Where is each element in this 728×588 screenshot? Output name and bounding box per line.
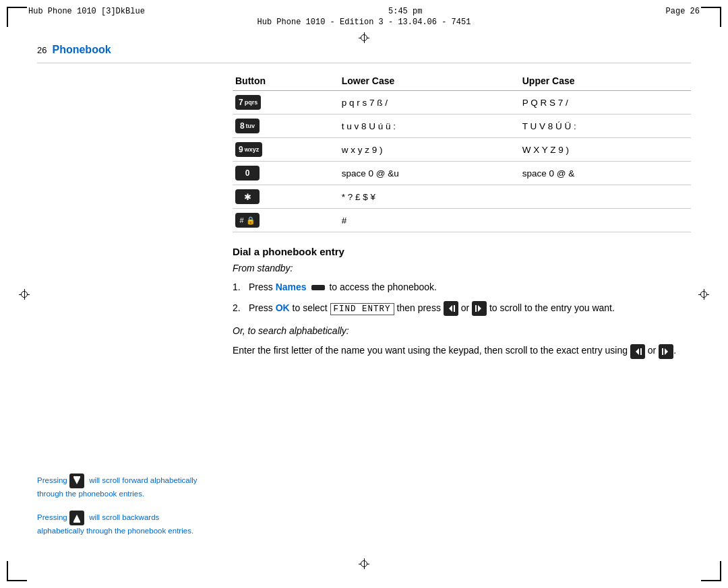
page-title-row: 26 Phonebook <box>37 44 691 56</box>
lower-case-cell: # <box>339 209 520 232</box>
svg-marker-8 <box>73 478 80 484</box>
step-number: 2. <box>233 301 245 315</box>
step-text: Press Names to access the phonebook. <box>249 280 691 294</box>
header-subline: Hub Phone 1010 - Edition 3 - 13.04.06 - … <box>257 18 471 27</box>
key-7-button: 7pqrs <box>235 95 261 110</box>
up-nav-icon <box>69 511 84 525</box>
table-row: ✱ * ? £ $ ¥ <box>233 185 691 209</box>
svg-rect-11 <box>73 521 80 523</box>
key-cell: ✱ <box>233 185 339 209</box>
sidebar-notes: Pressing will scroll forward alphabetica… <box>37 473 206 548</box>
svg-marker-5 <box>640 348 642 355</box>
step-number: 1. <box>233 280 245 294</box>
col-lower: Lower Case <box>339 73 520 91</box>
upper-case-cell: T U V 8 Ú Ü : <box>520 115 691 138</box>
table-row: 9wxyz w x y z 9 ) W X Y Z 9 ) <box>233 138 691 162</box>
crosshair-left <box>19 289 30 300</box>
key-cell: 9wxyz <box>233 138 339 162</box>
table-row: 0 space 0 @ &u space 0 @ & <box>233 162 691 185</box>
crosshair-bottom <box>359 558 369 569</box>
corner-tl <box>7 7 27 27</box>
svg-marker-4 <box>636 348 639 355</box>
from-standby: From standby: <box>233 263 691 273</box>
key-9-button: 9wxyz <box>235 142 262 157</box>
dial-section: Dial a phonebook entry From standby: 1. … <box>233 246 691 359</box>
svg-marker-10 <box>73 515 80 521</box>
down-nav-icon <box>69 473 84 488</box>
svg-marker-1 <box>454 305 455 312</box>
col-button: Button <box>233 73 339 91</box>
lower-case-cell: * ? £ $ ¥ <box>339 185 520 209</box>
right-content: Button Lower Case Upper Case 7pqrs p q r… <box>233 73 691 359</box>
lcd-text: FIND ENTRY <box>330 303 394 315</box>
step-text: Press OK to select FIND ENTRY then press… <box>249 301 691 316</box>
dash-icon <box>311 285 325 290</box>
page-number: 26 <box>37 45 47 55</box>
key-cell: 0 <box>233 162 339 185</box>
or-search: Or, to search alphabetically: <box>233 325 691 336</box>
upper-case-cell: P Q R S 7 / <box>520 91 691 115</box>
key-cell: 8tuv <box>233 115 339 138</box>
dial-heading: Dial a phonebook entry <box>233 246 691 257</box>
corner-br <box>701 561 721 581</box>
header-left: Hub Phone 1010 [3]DkBlue <box>28 7 145 16</box>
sidebar-note-1: Pressing will scroll forward alphabetica… <box>37 473 206 500</box>
svg-marker-6 <box>665 348 668 355</box>
table-row: 7pqrs p q r s 7 ß / P Q R S 7 / <box>233 91 691 115</box>
svg-marker-7 <box>662 348 663 355</box>
key-hash-button: # 🔒 <box>235 213 260 228</box>
svg-marker-2 <box>478 305 481 312</box>
upper-case-cell: space 0 @ & <box>520 162 691 185</box>
upper-case-cell <box>520 185 691 209</box>
lower-case-cell: w x y z 9 ) <box>339 138 520 162</box>
key-star-button: ✱ <box>235 189 260 204</box>
page-section-title: Phonebook <box>52 44 111 56</box>
final-para: Enter the first letter of the name you w… <box>233 343 691 358</box>
lower-case-cell: p q r s 7 ß / <box>339 91 520 115</box>
lower-case-cell: t u v 8 U ú ü : <box>339 115 520 138</box>
nav-right-icon <box>472 301 487 316</box>
nav-right-icon2 <box>659 344 673 359</box>
page-header: Hub Phone 1010 [3]DkBlue 5:45 pm Page 26… <box>28 7 700 27</box>
upper-case-cell: W X Y Z 9 ) <box>520 138 691 162</box>
header-right: Page 26 <box>666 7 700 16</box>
nav-left-icon2 <box>630 344 645 359</box>
key-cell: # 🔒 <box>233 209 339 232</box>
crosshair-right <box>698 289 709 300</box>
top-divider <box>37 63 691 63</box>
steps-list: 1. Press Names to access the phonebook. … <box>233 280 691 316</box>
sidebar-note-2: Pressing will scroll backwards alphabeti… <box>37 511 206 537</box>
svg-rect-9 <box>73 476 80 478</box>
crosshair-top <box>359 32 369 43</box>
lower-case-cell: space 0 @ &u <box>339 162 520 185</box>
to-text: to <box>489 302 497 313</box>
names-highlight: Names <box>276 282 307 292</box>
nav-left-icon <box>444 301 458 316</box>
table-row: 8tuv t u v 8 U ú ü : T U V 8 Ú Ü : <box>233 115 691 138</box>
key-cell: 7pqrs <box>233 91 339 115</box>
upper-case-cell <box>520 209 691 232</box>
header-time: 5:45 pm <box>388 7 422 16</box>
corner-bl <box>7 561 27 581</box>
corner-tr <box>701 7 721 27</box>
list-item: 2. Press OK to select FIND ENTRY then pr… <box>233 301 691 316</box>
key-0-button: 0 <box>235 166 260 181</box>
table-row: # 🔒 # <box>233 209 691 232</box>
key-8-button: 8tuv <box>235 119 260 133</box>
or-search-text: Or, to search alphabetically: <box>233 325 349 336</box>
key-table: Button Lower Case Upper Case 7pqrs p q r… <box>233 73 691 232</box>
list-item: 1. Press Names to access the phonebook. <box>233 280 691 294</box>
col-upper: Upper Case <box>520 73 691 91</box>
ok-highlight: OK <box>276 302 290 313</box>
svg-marker-0 <box>449 305 452 312</box>
svg-marker-3 <box>475 305 477 312</box>
